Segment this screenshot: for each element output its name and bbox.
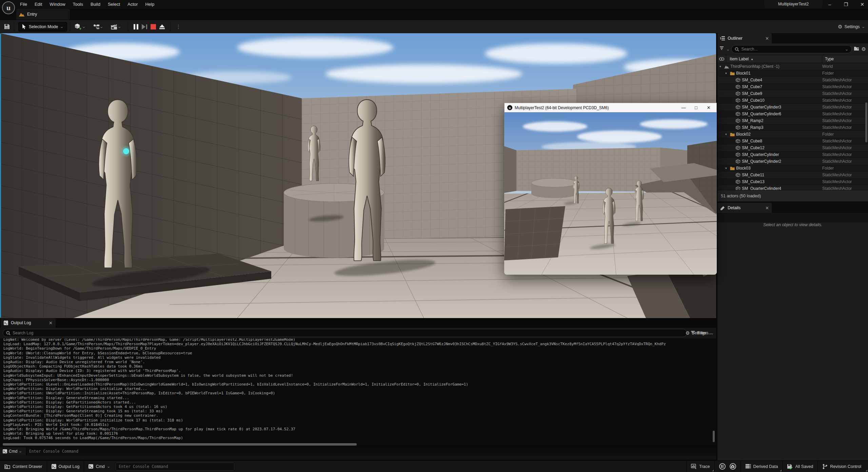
outliner-row-sm-quartercylinder[interactable]: SM_QuarterCylinderStaticMeshActor (717, 151, 868, 158)
tab-entry[interactable]: Entry (16, 9, 70, 20)
column-item-label[interactable]: Item Label ▲ (726, 55, 822, 63)
log-line: LogWorldPartition: Display: WorldPartiti… (3, 387, 716, 391)
close-icon[interactable]: ✕ (704, 105, 714, 110)
minimize-icon[interactable]: – (826, 1, 833, 8)
outliner-row-sm-ramp2[interactable]: SM_Ramp2StaticMeshActor (717, 117, 868, 124)
screenshot-icon[interactable] (730, 463, 736, 470)
cmd-dropdown[interactable]: Cmd ⌄ (84, 461, 114, 472)
toolbar-settings-dropdown[interactable]: ⚙ Settings ⌄ (838, 24, 865, 30)
search-icon (735, 47, 739, 52)
resize-notch (712, 470, 714, 471)
row-label: SM_QuarterCylinder2 (742, 159, 781, 164)
menu-item-select[interactable]: Select (104, 0, 124, 9)
expand-arrow-icon[interactable]: ▾ (725, 133, 730, 136)
tab-details[interactable]: Details ✕ (717, 203, 772, 213)
log-search[interactable] (3, 329, 687, 337)
outliner-search-input[interactable] (741, 47, 843, 52)
outliner-row-sm-cube13[interactable]: SM_Cube13StaticMeshActor (717, 178, 868, 185)
minimize-icon[interactable]: — (678, 105, 689, 110)
outliner-row-block01[interactable]: ▾Block01Folder (717, 70, 868, 77)
stop-button[interactable] (151, 24, 156, 29)
content-drawer-button[interactable]: Content Drawer (0, 461, 47, 472)
pencil-icon (720, 206, 725, 210)
outliner-row-sm-quartercylinder6[interactable]: SM_QuarterCylinder6StaticMeshActor (717, 111, 868, 117)
row-label: SM_Cube7 (742, 84, 762, 89)
expand-arrow-icon[interactable]: ▾ (725, 166, 730, 170)
kebab-icon[interactable]: ⋮ (176, 24, 181, 30)
outliner-row-sm-cube9[interactable]: SM_Cube9StaticMeshActor (717, 90, 868, 97)
outliner-row-sm-cube12[interactable]: SM_Cube12StaticMeshActor (717, 144, 868, 151)
trace-button[interactable]: Trace (687, 461, 714, 472)
outliner-row-sm-cube10[interactable]: SM_Cube10StaticMeshActor (717, 97, 868, 104)
log-lines[interactable]: LogNet: Welcomed by server (Level: /Game… (0, 338, 716, 447)
log-horizontal-scrollbar[interactable] (3, 443, 357, 446)
outliner-row-sm-cube4[interactable]: SM_Cube4StaticMeshActor (717, 77, 868, 83)
log-settings-dropdown[interactable]: ⚙ Settings ⌄ (686, 330, 711, 336)
output-log-button[interactable]: Output Log (47, 461, 84, 472)
outliner-scrollbar[interactable] (865, 102, 867, 142)
outliner-row-sm-quartercylinder2[interactable]: SM_QuarterCylinder2StaticMeshActor (717, 158, 868, 165)
menu-item-edit[interactable]: Edit (31, 0, 46, 9)
pie-cylinder (531, 178, 577, 198)
chevron-down-icon[interactable]: ⌄ (845, 47, 849, 51)
selection-mode-label: Selection Mode (29, 24, 58, 29)
expand-arrow-icon[interactable]: ▾ (725, 72, 730, 75)
log-vertical-scrollbar[interactable] (713, 431, 715, 442)
close-icon[interactable]: ✕ (49, 320, 53, 326)
outliner-row-sm-cube11[interactable]: SM_Cube11StaticMeshActor (717, 172, 868, 178)
row-type: StaticMeshActor (822, 98, 868, 103)
maximize-icon[interactable]: ❐ (842, 1, 850, 8)
add-actor-button[interactable]: + ⌄ (73, 22, 86, 32)
expand-arrow-icon[interactable]: ▾ (719, 65, 724, 68)
close-icon[interactable]: ✕ (765, 205, 769, 211)
menu-item-window[interactable]: Window (46, 0, 69, 9)
log-search-input[interactable] (13, 331, 684, 335)
row-label: Block03 (736, 166, 751, 171)
frame-skip-button[interactable] (142, 24, 147, 29)
eye-icon[interactable] (717, 55, 726, 63)
cmd-dropdown[interactable]: Cmd ⌄ (3, 449, 22, 454)
pie-game-window[interactable]: u MultiplayerTest2 (64-bit Development P… (504, 103, 717, 275)
menu-item-build[interactable]: Build (87, 0, 104, 9)
unreal-logo-icon[interactable]: u (2, 1, 15, 14)
create-folder-icon[interactable]: + (854, 46, 860, 52)
pie-titlebar[interactable]: u MultiplayerTest2 (64-bit Development P… (504, 103, 717, 112)
menu-item-help[interactable]: Help (141, 0, 158, 9)
tab-output-log[interactable]: Output Log ✕ (1, 318, 56, 328)
close-icon[interactable]: ✕ (765, 36, 769, 41)
column-type[interactable]: Type (822, 57, 868, 61)
eject-button[interactable] (159, 24, 165, 29)
pause-button[interactable] (134, 24, 138, 29)
maximize-icon[interactable]: □ (691, 105, 701, 110)
status-console-input[interactable]: Enter Console Command (116, 463, 234, 471)
menu-item-file[interactable]: File (16, 0, 31, 9)
close-icon[interactable]: ✕ (859, 1, 866, 8)
chevron-down-icon[interactable]: ⌄ (726, 47, 730, 51)
menu-item-tools[interactable]: Tools (69, 0, 87, 9)
cinematics-button[interactable]: ⌄ (109, 22, 122, 32)
blueprints-button[interactable]: ⌄ (91, 22, 104, 32)
chevron-down-icon: ⌄ (106, 465, 111, 468)
outliner-row-sm-quartercylinder4[interactable]: SM_QuarterCylinder4StaticMeshActor (717, 185, 868, 190)
save-icon[interactable] (3, 22, 11, 32)
derived-data-button[interactable]: Derived Data (741, 461, 783, 472)
outliner-row-sm-quartercylinder3[interactable]: SM_QuarterCylinder3StaticMeshActor (717, 104, 868, 111)
outliner-search[interactable]: ⌄ (731, 45, 851, 53)
outliner-row-sm-ramp3[interactable]: SM_Ramp3StaticMeshActor (717, 124, 868, 131)
all-saved-button[interactable]: All Saved (783, 461, 817, 472)
menu-item-actor[interactable]: Actor (124, 0, 141, 9)
gear-icon[interactable]: ⚙ (862, 46, 866, 52)
tab-outliner[interactable]: Outliner ✕ (717, 33, 772, 43)
selection-mode-dropdown[interactable]: Selection Mode ⌄ (18, 22, 67, 32)
outliner-row-sm-cube8[interactable]: SM_Cube8StaticMeshActor (717, 138, 868, 144)
outliner-row-block03[interactable]: ▾Block03Folder (717, 165, 868, 172)
revision-control-button[interactable]: Revision Control (818, 461, 868, 472)
pie-viewport[interactable] (504, 112, 717, 275)
outliner-row-block02[interactable]: ▾Block02Folder (717, 131, 868, 138)
outliner-row-thirdpersonmap-client-1-[interactable]: ▾ThirdPersonMap (Client -1)World (717, 63, 868, 70)
insights-icon[interactable] (719, 463, 726, 470)
mesh-icon (736, 186, 742, 190)
console-command-input[interactable]: Enter Console Command (26, 447, 716, 455)
outliner-row-sm-cube7[interactable]: SM_Cube7StaticMeshActor (717, 83, 868, 90)
filter-icon[interactable] (719, 46, 725, 52)
